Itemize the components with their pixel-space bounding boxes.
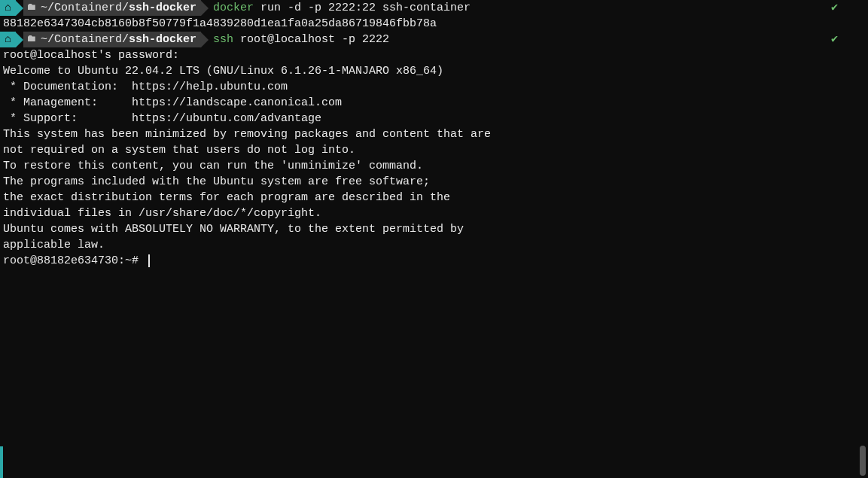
command-text-2: ssh root@localhost -p 2222: [213, 32, 389, 47]
motd-line: applicable law.: [0, 237, 868, 253]
motd-line: not required on a system that users do n…: [0, 142, 868, 158]
prompt-line-2: ⌂ 🖿 ~/Containerd/ssh-docker ssh root@loc…: [0, 32, 868, 47]
cwd-path-prefix: ~/Containerd/: [41, 32, 129, 47]
chevron-right-icon: [16, 1, 23, 16]
cwd-segment: 🖿 ~/Containerd/ssh-docker: [23, 0, 201, 16]
left-indicator-bar: [0, 446, 3, 478]
motd-line: The programs included with the Ubuntu sy…: [0, 174, 868, 190]
cwd-segment: 🖿 ~/Containerd/ssh-docker: [23, 32, 201, 47]
success-check-icon: ✔: [831, 32, 838, 47]
prompt-line-1: ⌂ 🖿 ~/Containerd/ssh-docker docker run -…: [0, 0, 868, 16]
ssh-password-prompt: root@localhost's password:: [0, 47, 868, 63]
host-badge-icon: ⌂: [0, 0, 16, 16]
success-check-icon: ✔: [831, 0, 838, 16]
cwd-path-current: ssh-docker: [129, 32, 196, 47]
cwd-path-prefix: ~/Containerd/: [41, 0, 129, 16]
command-args: run -d -p 2222:22 ssh-container: [254, 2, 471, 14]
motd-line: To restore this content, you can run the…: [0, 158, 868, 174]
motd-line: individual files in /usr/share/doc/*/cop…: [0, 206, 868, 221]
cursor-icon: [148, 254, 150, 267]
scrollbar-thumb[interactable]: [860, 446, 866, 476]
chevron-right-icon: [201, 1, 209, 16]
motd-line: * Support: https://ubuntu.com/advantage: [0, 111, 868, 126]
shell-prompt-text: root@88182e634730:~#: [3, 254, 145, 267]
folder-icon: 🖿: [26, 32, 36, 46]
chevron-right-icon: [201, 32, 209, 47]
command-args: root@localhost -p 2222: [233, 33, 389, 46]
motd-line: * Documentation: https://help.ubuntu.com: [0, 79, 868, 95]
output-container-id: 88182e6347304cb8160b8f50779f1a4839280d1e…: [0, 16, 868, 32]
motd-line: the exact distribution terms for each pr…: [0, 190, 868, 206]
folder-icon: 🖿: [26, 1, 36, 14]
command-text-1: docker run -d -p 2222:22 ssh-container: [213, 0, 471, 16]
terminal-pane[interactable]: ⌂ 🖿 ~/Containerd/ssh-docker docker run -…: [0, 0, 868, 269]
command-exe: docker: [213, 2, 254, 14]
motd-line: Welcome to Ubuntu 22.04.2 LTS (GNU/Linux…: [0, 63, 868, 79]
motd-line: This system has been minimized by removi…: [0, 126, 868, 142]
shell-prompt[interactable]: root@88182e634730:~#: [0, 253, 868, 269]
host-badge-icon: ⌂: [0, 32, 16, 47]
motd-line: * Management: https://landscape.canonica…: [0, 95, 868, 111]
cwd-path-current: ssh-docker: [129, 0, 196, 16]
chevron-right-icon: [16, 32, 23, 47]
command-exe: ssh: [213, 33, 233, 46]
motd-line: Ubuntu comes with ABSOLUTELY NO WARRANTY…: [0, 221, 868, 237]
